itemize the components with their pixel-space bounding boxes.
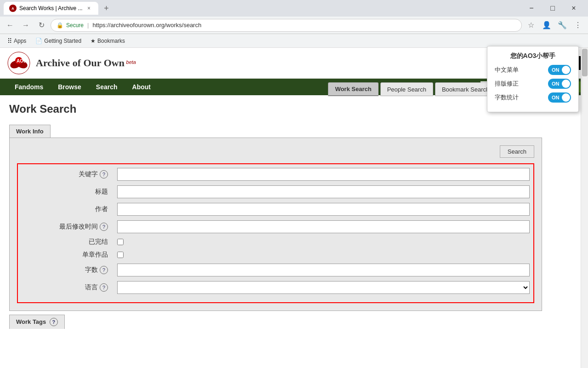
tab-favicon: A (9, 5, 17, 12)
label-keywords: 关键字 ? (22, 170, 113, 178)
right-scrollbar[interactable] (581, 48, 588, 368)
popup-row-chinese-menu: 中文菜单 ON (495, 65, 571, 75)
close-button[interactable]: × (563, 0, 584, 17)
work-tags-help-icon[interactable]: ? (50, 318, 58, 326)
modified-input[interactable] (117, 220, 530, 233)
layout-fix-label: 排版修正 (495, 80, 519, 88)
svg-text:A: A (11, 6, 14, 11)
extensions-button[interactable]: 🔧 (556, 19, 569, 32)
chinese-menu-toggle-knob (562, 66, 570, 74)
chinese-menu-toggle[interactable]: ON (548, 65, 571, 75)
ao3-helper-popup: 您的AO3小帮手 中文菜单 ON 排版修正 ON 字数统计 ON (487, 46, 579, 112)
author-text: 作者 (95, 205, 108, 213)
bookmarks-folder[interactable]: ★ Bookmarks (87, 37, 129, 45)
modified-help-icon[interactable]: ? (100, 223, 108, 231)
work-tags-label: Work Tags (16, 318, 46, 325)
site-name: Archive of Our Own (36, 57, 124, 69)
label-language: 语言 ? (22, 283, 113, 292)
wordcount-input[interactable] (117, 264, 530, 276)
work-tags-tabs: Work Tags ? (9, 315, 542, 329)
tab-people-search[interactable]: People Search (380, 82, 433, 96)
site-logo[interactable]: AO3 (7, 52, 30, 75)
layout-fix-toggle-knob (562, 80, 570, 88)
address-field[interactable]: 🔒 Secure | https://archiveofourown.org/w… (51, 19, 522, 32)
window-controls: − □ × (521, 0, 584, 17)
layout-fix-toggle-label: ON (549, 81, 560, 86)
layout-fix-toggle[interactable]: ON (548, 79, 571, 89)
tab-work-search[interactable]: Work Search (328, 82, 378, 96)
label-title: 标题 (22, 188, 113, 196)
form-row-author: 作者 (22, 203, 530, 216)
singlechapter-checkbox[interactable] (117, 252, 124, 258)
doc-icon: 📄 (35, 38, 42, 44)
label-completed: 已完结 (22, 238, 113, 246)
secure-icon: 🔒 (57, 22, 63, 29)
secure-label: Secure (66, 22, 84, 29)
bookmark-star-button[interactable]: ☆ (525, 19, 537, 32)
url-text: https://archiveofourown.org/works/search (92, 22, 201, 29)
keywords-help-icon[interactable]: ? (100, 170, 108, 178)
label-singlechapter: 单章作品 (22, 251, 113, 259)
form-row-modified: 最后修改时间 ? (22, 220, 530, 233)
wordcount-text: 字数 (85, 266, 98, 274)
language-help-icon[interactable]: ? (100, 283, 108, 292)
search-submit-button[interactable]: Search (500, 145, 534, 158)
reload-button[interactable]: ↻ (35, 19, 48, 32)
label-wordcount: 字数 ? (22, 266, 113, 274)
wordcount-help-icon[interactable]: ? (100, 266, 108, 274)
work-info-tab[interactable]: Work Info (9, 125, 51, 138)
author-input[interactable] (117, 203, 530, 216)
apps-bookmark[interactable]: ⠿ Apps (4, 36, 30, 46)
work-tags-tab[interactable]: Work Tags ? (9, 315, 65, 329)
keywords-text: 关键字 (79, 170, 98, 178)
form-row-completed: 已完结 (22, 238, 530, 246)
svg-text:AO3: AO3 (17, 58, 26, 63)
popup-row-layout-fix: 排版修正 ON (495, 79, 571, 89)
form-row-wordcount: 字数 ? (22, 264, 530, 276)
title-input[interactable] (117, 185, 530, 198)
menu-button[interactable]: ⋮ (571, 19, 584, 32)
site-beta-label: beta (126, 59, 136, 65)
apps-grid-icon: ⠿ (7, 37, 12, 45)
nav-search[interactable]: Search (89, 79, 125, 95)
search-btn-row: Search (17, 145, 534, 158)
completed-text: 已完结 (89, 238, 108, 246)
singlechapter-text: 单章作品 (82, 251, 108, 259)
language-text: 语言 (85, 283, 98, 292)
keywords-input[interactable] (117, 168, 530, 181)
nav-fandoms[interactable]: Fandoms (7, 79, 51, 95)
word-count-toggle-knob (562, 93, 570, 102)
new-tab-button[interactable]: + (100, 2, 113, 15)
label-author: 作者 (22, 205, 113, 213)
forward-button[interactable]: → (19, 19, 32, 32)
browser-tab[interactable]: A Search Works | Archive ... × (4, 2, 98, 15)
chinese-menu-toggle-label: ON (549, 67, 560, 73)
scrollbar-thumb[interactable] (582, 49, 588, 76)
back-button[interactable]: ← (4, 19, 17, 32)
tab-title: Search Works | Archive ... (19, 5, 83, 12)
red-outlined-section: 关键字 ? 标题 作者 (17, 163, 534, 303)
form-row-singlechapter: 单章作品 (22, 251, 530, 259)
title-text: 标题 (95, 188, 108, 196)
maximize-button[interactable]: □ (542, 0, 563, 17)
form-row-language: 语言 ? (22, 281, 530, 294)
bookmarks-label: Bookmarks (97, 38, 125, 44)
page-title: Work Search (9, 103, 76, 115)
chrome-titlebar: A Search Works | Archive ... × + − □ × (0, 0, 588, 17)
word-count-toggle[interactable]: ON (548, 92, 571, 103)
getting-started-bookmark[interactable]: 📄 Getting Started (32, 37, 85, 45)
chinese-menu-label: 中文菜单 (495, 66, 519, 74)
profile-button[interactable]: 👤 (540, 19, 553, 32)
minimize-button[interactable]: − (521, 0, 542, 17)
word-count-label: 字数统计 (495, 93, 519, 102)
search-form-area: Search 关键字 ? 标题 (9, 138, 542, 311)
apps-label: Apps (14, 38, 26, 44)
completed-checkbox[interactable] (117, 239, 124, 245)
label-modified: 最后修改时间 ? (22, 223, 113, 231)
nav-browse[interactable]: Browse (51, 79, 89, 95)
ao3-logo-svg: AO3 (7, 52, 30, 75)
language-select[interactable] (117, 281, 530, 294)
tab-close-button[interactable]: × (85, 5, 93, 12)
nav-about[interactable]: About (125, 79, 158, 95)
modified-text: 最后修改时间 (59, 223, 98, 231)
